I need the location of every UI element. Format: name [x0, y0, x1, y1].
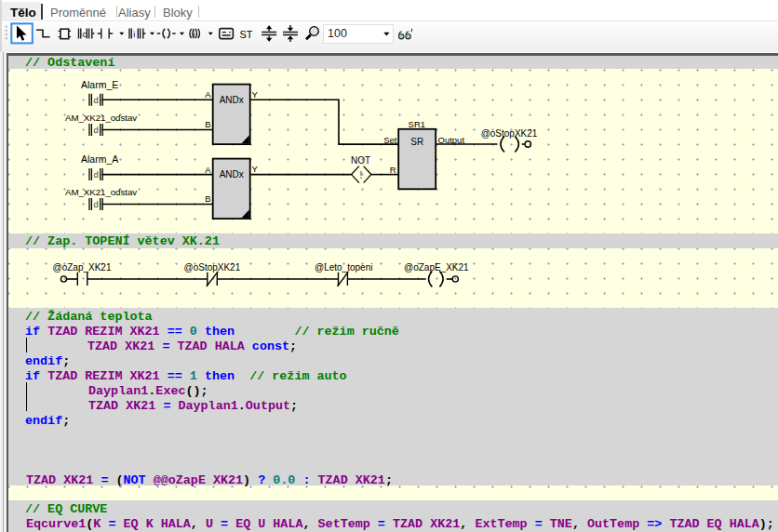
svg-text:@oStopXK21: @oStopXK21	[481, 128, 538, 139]
svg-text:A: A	[205, 165, 211, 175]
svg-text:d: d	[94, 125, 99, 135]
svg-text:R: R	[390, 165, 396, 175]
svg-text:ANDx: ANDx	[220, 169, 244, 180]
svg-text:Output: Output	[438, 135, 465, 145]
svg-text:@oStopXK21: @oStopXK21	[184, 262, 241, 273]
svg-text:AM_XK21_odstav: AM_XK21_odstav	[65, 187, 137, 197]
svg-text:B: B	[205, 119, 210, 129]
svg-text:d: d	[94, 199, 99, 209]
svg-text:AM_XK21_odstav: AM_XK21_odstav	[65, 113, 137, 123]
svg-text:B: B	[205, 193, 210, 204]
svg-text:i: i	[194, 30, 195, 39]
svg-text:ANDx: ANDx	[220, 95, 244, 105]
svg-text:!: !	[359, 170, 362, 180]
svg-text:SR: SR	[410, 137, 423, 147]
svg-text:d: d	[94, 95, 99, 105]
svg-text:NOT: NOT	[351, 155, 370, 166]
svg-text:@oZapE_XK21: @oZapE_XK21	[404, 262, 469, 273]
svg-text:@oZap_XK21: @oZap_XK21	[53, 262, 112, 273]
svg-text:SR1: SR1	[409, 119, 425, 129]
svg-text:A: A	[205, 89, 211, 100]
svg-text:Set: Set	[383, 135, 397, 145]
svg-text:i: i	[133, 30, 135, 39]
svg-text:@Leto_topeni: @Leto_topeni	[315, 262, 372, 273]
svg-text:100: 100	[328, 27, 347, 40]
svg-text:d: d	[94, 169, 99, 180]
svg-text:ST: ST	[240, 29, 253, 40]
svg-text:c: c	[82, 30, 87, 39]
svg-text:Alarm_E: Alarm_E	[81, 79, 118, 90]
svg-text:Y: Y	[252, 89, 259, 100]
svg-text:Y: Y	[252, 164, 259, 174]
svg-text:Alarm_A: Alarm_A	[81, 153, 118, 165]
